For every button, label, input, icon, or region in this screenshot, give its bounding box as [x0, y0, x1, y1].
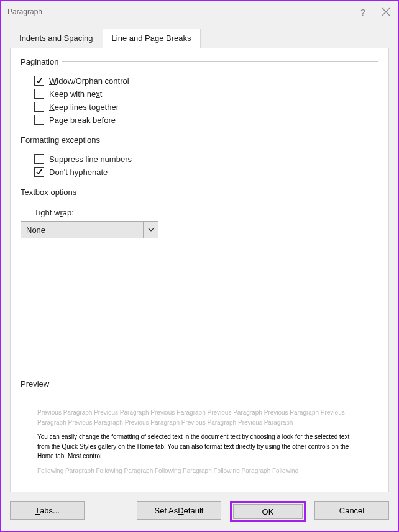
tab-line-page-breaks[interactable]: Line and Page Breaks: [103, 29, 201, 48]
close-icon: [382, 7, 390, 16]
tabs-button[interactable]: Tabs...: [10, 501, 85, 520]
group-textbox-label: Textbox options: [21, 187, 378, 197]
chevron-down-icon: [148, 228, 154, 232]
checkbox-keeplines[interactable]: Keep lines together: [34, 102, 378, 112]
group-pagination-label: Pagination: [21, 57, 378, 66]
checkbox-suppress[interactable]: Suppress line numbers: [34, 154, 378, 164]
checkbox-hyphen[interactable]: Don't hyphenate: [34, 167, 378, 177]
tab-panel: Pagination Widow/Orphan controlKeep with…: [10, 48, 389, 492]
check-icon: [35, 77, 43, 84]
paragraph-dialog: Paragraph ? Indents and Spacing Line and…: [1, 1, 398, 531]
ok-button-highlight: OK: [230, 501, 306, 522]
group-preview-label: Preview: [21, 379, 378, 389]
close-button[interactable]: [382, 7, 390, 16]
checkbox-label: Page break before: [49, 115, 116, 125]
checkbox-keepnext[interactable]: Keep with next: [34, 89, 378, 99]
checkbox-label: Keep with next: [49, 89, 102, 99]
preview-sample: You can easily change the formatting of …: [37, 432, 362, 461]
tab-strip: Indents and Spacing Line and Page Breaks: [10, 29, 389, 48]
set-as-default-button[interactable]: Set As Default: [137, 501, 221, 520]
titlebar: Paragraph ?: [1, 1, 398, 22]
ok-button[interactable]: OK: [233, 504, 303, 519]
tab-indents-spacing[interactable]: Indents and Spacing: [10, 29, 103, 48]
checkbox-label: Keep lines together: [49, 102, 119, 112]
checkbox-box: [34, 89, 44, 99]
tight-wrap-dropdown[interactable]: None: [21, 221, 158, 238]
checkbox-box: [34, 115, 44, 125]
button-row: Tabs... Set As Default OK Cancel: [1, 492, 398, 531]
dialog-title: Paragraph: [7, 7, 42, 16]
checkbox-label: Don't hyphenate: [49, 168, 108, 177]
preview-box: Previous Paragraph Previous Paragraph Pr…: [21, 394, 378, 485]
checkbox-pagebreak[interactable]: Page break before: [34, 115, 378, 125]
checkbox-label: Suppress line numbers: [49, 155, 132, 164]
group-formatting-label: Formatting exceptions: [21, 135, 378, 145]
checkbox-box: [34, 102, 44, 112]
cancel-button[interactable]: Cancel: [314, 501, 389, 520]
checkbox-box: [34, 154, 44, 164]
preview-following: Following Paragraph Following Paragraph …: [37, 466, 362, 476]
checkbox-box: [34, 76, 44, 86]
checkbox-widow[interactable]: Widow/Orphan control: [34, 76, 378, 86]
help-button[interactable]: ?: [360, 7, 365, 17]
checkbox-label: Widow/Orphan control: [49, 76, 129, 86]
tight-wrap-label: Tight wrap:: [34, 208, 378, 217]
dropdown-button[interactable]: [143, 222, 158, 238]
checkbox-box: [34, 167, 44, 177]
preview-previous: Previous Paragraph Previous Paragraph Pr…: [37, 408, 362, 427]
check-icon: [35, 168, 43, 176]
tight-wrap-value: None: [21, 222, 143, 238]
